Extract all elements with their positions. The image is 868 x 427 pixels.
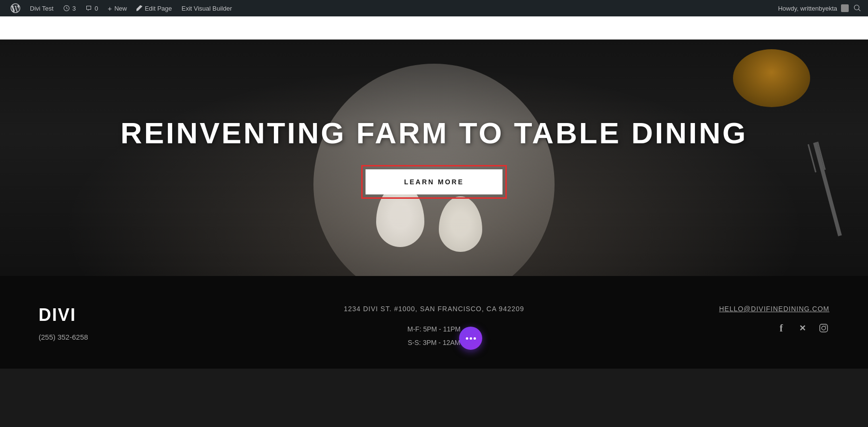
footer-social: f ✕ xyxy=(775,322,829,334)
site-name-button[interactable]: Divi Test xyxy=(25,0,58,16)
hero-section: REINVENTING FARM TO TABLE DINING LEARN M… xyxy=(0,40,868,276)
hero-title: REINVENTING FARM TO TABLE DINING xyxy=(121,117,747,150)
facebook-icon[interactable]: f xyxy=(775,322,787,334)
footer-email[interactable]: HELLO@DIVIFINEDINING.COM xyxy=(719,305,829,313)
comments-button[interactable]: 0 xyxy=(81,0,103,16)
footer-right: HELLO@DIVIFINEDINING.COM f ✕ xyxy=(579,305,829,334)
bubble-dot-1 xyxy=(466,337,468,340)
revisions-count: 3 xyxy=(72,5,76,12)
site-name-label: Divi Test xyxy=(30,5,54,12)
admin-bar: Divi Test 3 0 + New Edit Page Exit Visua… xyxy=(0,0,868,16)
svg-point-2 xyxy=(826,326,827,327)
footer-address: 1234 DIVI ST. #1000, SAN FRANCISCO, CA 9… xyxy=(309,305,559,313)
edit-page-button[interactable]: Edit Page xyxy=(132,0,176,16)
footer-hours-weekend: S-S: 3PM - 12AM xyxy=(309,336,559,349)
bubble-dots xyxy=(466,337,476,340)
bubble-dot-3 xyxy=(474,337,476,340)
footer-hours: M-F: 5PM - 11PM S-S: 3PM - 12AM xyxy=(309,322,559,349)
bubble-dot-2 xyxy=(470,337,472,340)
admin-search-icon[interactable] xyxy=(853,3,862,13)
admin-bar-right: Howdy, writtenbyekta xyxy=(778,3,862,13)
exit-builder-button[interactable]: Exit Visual Builder xyxy=(177,0,237,16)
comments-count: 0 xyxy=(95,5,98,12)
footer-left: DIVI (255) 352-6258 xyxy=(39,305,289,341)
svg-point-1 xyxy=(822,326,826,330)
footer-hours-weekday: M-F: 5PM - 11PM xyxy=(309,322,559,336)
twitter-x-icon[interactable]: ✕ xyxy=(797,322,808,334)
learn-more-button[interactable]: LEARN MORE xyxy=(366,169,502,194)
admin-avatar xyxy=(841,4,849,12)
footer-logo: DIVI xyxy=(39,305,289,325)
exit-builder-label: Exit Visual Builder xyxy=(182,5,232,12)
instagram-icon[interactable] xyxy=(818,322,829,334)
footer: DIVI (255) 352-6258 1234 DIVI ST. #1000,… xyxy=(0,276,868,369)
howdy-label: Howdy, writtenbyekta xyxy=(778,5,837,12)
new-label: New xyxy=(114,5,127,12)
floating-chat-bubble[interactable] xyxy=(459,327,482,350)
admin-bar-left: Divi Test 3 0 + New Edit Page Exit Visua… xyxy=(6,0,778,16)
hero-cta-wrapper: LEARN MORE xyxy=(361,165,507,199)
hero-content: REINVENTING FARM TO TABLE DINING LEARN M… xyxy=(121,117,747,199)
edit-page-label: Edit Page xyxy=(145,5,172,12)
new-button[interactable]: + New xyxy=(103,0,132,16)
hero-bowl-decoration xyxy=(733,49,810,107)
svg-rect-0 xyxy=(820,324,827,332)
footer-phone: (255) 352-6258 xyxy=(39,333,289,341)
secondary-bar xyxy=(0,16,868,40)
footer-center: 1234 DIVI ST. #1000, SAN FRANCISCO, CA 9… xyxy=(309,305,559,349)
revisions-button[interactable]: 3 xyxy=(58,0,81,16)
wp-logo-button[interactable] xyxy=(6,0,25,16)
